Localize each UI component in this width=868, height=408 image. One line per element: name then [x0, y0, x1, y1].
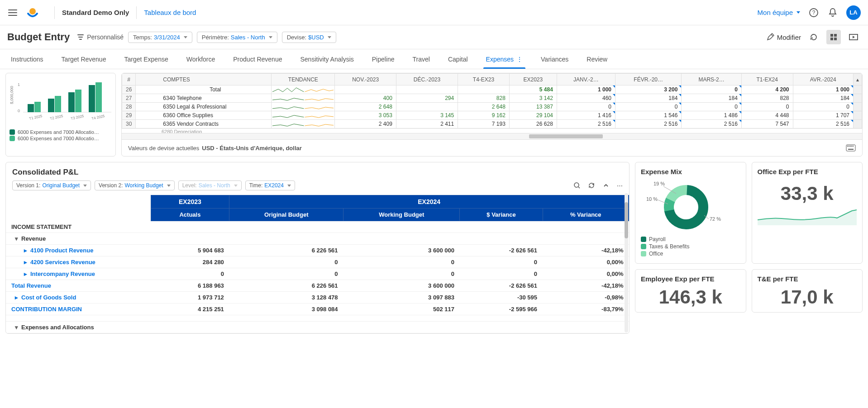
office-fte-card: Office Exp per FTE 33,3 k [752, 162, 863, 264]
data-grid[interactable]: # COMPTES TENDANCE NOV.-2023 DÉC.-2023 T… [122, 73, 862, 128]
svg-rect-6 [834, 38, 837, 40]
page-subheader: Budget Entry Personnalisé Temps: 3/31/20… [0, 25, 868, 49]
scroll-up-icon[interactable]: ▴ [854, 74, 862, 85]
svg-rect-19 [95, 82, 102, 112]
pnl-time-filter[interactable]: Time: EX2024 [245, 180, 295, 190]
pnl-row[interactable]: Total Revenue6 188 9636 226 5613 600 000… [6, 280, 629, 291]
currency-note: Valeurs de devise actuellesUSD - États-U… [122, 139, 862, 156]
svg-rect-5 [830, 38, 833, 40]
filter-icon [77, 33, 84, 41]
svg-text:T3 2025: T3 2025 [71, 114, 85, 121]
pnl-row[interactable]: ▸4100 Product Revenue5 904 6836 226 5613… [6, 244, 629, 256]
metric-value: 146,3 k [641, 286, 740, 308]
vertical-scrollbar[interactable] [625, 193, 628, 332]
tab-bar: Instructions Target Revenue Target Expen… [0, 49, 868, 69]
svg-rect-27 [850, 146, 851, 147]
svg-text:10 %: 10 % [646, 196, 658, 202]
avatar[interactable]: LA [846, 5, 861, 20]
mini-bar-chart: $,000,000 1 0 T1 2025 T2 2025 T3 2025 T4… [10, 77, 113, 127]
svg-text:0: 0 [18, 109, 20, 113]
collapse-icon[interactable] [602, 182, 610, 189]
tab-menu-icon[interactable]: ⋮ [516, 56, 523, 63]
bell-icon[interactable] [827, 7, 838, 18]
tab-target-expense[interactable]: Target Expense [124, 50, 168, 68]
tab-travel[interactable]: Travel [413, 50, 430, 68]
time-filter[interactable]: Temps: 3/31/2024 [128, 32, 192, 43]
expense-mix-card: Expense Mix 19 % 10 % 72 % Payroll [635, 162, 746, 264]
pnl-row[interactable]: ▾Revenue [6, 232, 629, 244]
breadcrumb[interactable]: Tableaux de bord [144, 9, 196, 16]
tab-variances[interactable]: Variances [541, 50, 568, 68]
header-context: Standard Demo Only [62, 9, 129, 16]
divider [136, 6, 137, 19]
tab-product-revenue[interactable]: Product Revenue [233, 50, 282, 68]
svg-text:72 %: 72 % [710, 216, 721, 222]
tab-workforce[interactable]: Workforce [186, 50, 215, 68]
perimeter-filter[interactable]: Périmètre: Sales - North [197, 32, 277, 43]
keyboard-icon[interactable] [846, 144, 856, 152]
tab-capital[interactable]: Capital [448, 50, 468, 68]
svg-rect-14 [48, 99, 54, 112]
level-filter[interactable]: Level: Sales - North [178, 180, 242, 190]
svg-rect-17 [75, 90, 81, 112]
pnl-panel: Consolidated P&L Version 1: Original Bud… [5, 162, 630, 334]
page-title: Budget Entry [7, 31, 70, 43]
pencil-icon [766, 33, 774, 41]
grid-row[interactable]: 276340 Telephone4002948283 1424601841848… [122, 94, 862, 103]
svg-rect-3 [830, 34, 833, 37]
version1-filter[interactable]: Version 1: Original Budget [12, 180, 91, 190]
tab-pipeline[interactable]: Pipeline [372, 50, 395, 68]
version2-filter[interactable]: Version 2: Working Budget [95, 180, 175, 190]
more-icon[interactable]: ⋯ [617, 182, 623, 189]
horizontal-scrollbar[interactable] [122, 133, 862, 139]
currency-filter[interactable]: Devise: $USD [282, 32, 336, 43]
pnl-row[interactable]: ▸Intercompany Revenue00000,00% [6, 268, 629, 280]
personalise-button[interactable]: Personnalisé [77, 33, 124, 41]
pnl-row[interactable]: ▾Expenses and Allocations [6, 321, 629, 333]
workday-logo-icon[interactable] [25, 5, 40, 20]
svg-point-31 [574, 183, 579, 187]
tab-target-revenue[interactable]: Target Revenue [62, 50, 106, 68]
grid-row[interactable]: 306365 Vendor Contracts2 4092 4117 19326… [122, 120, 862, 128]
svg-rect-16 [68, 92, 75, 112]
refresh-icon [810, 33, 818, 41]
tab-expenses[interactable]: Expenses ⋮ [486, 50, 523, 68]
employee-fte-card: Employee Exp per FTE 146,3 k [635, 269, 746, 313]
present-button[interactable] [846, 30, 861, 44]
card-title: T&E per FTE [758, 275, 857, 283]
metric-value: 17,0 k [758, 286, 857, 308]
grid-row[interactable]: 26Total5 4841 0003 20004 2001 000 [122, 85, 862, 94]
help-icon[interactable]: ? [808, 7, 819, 18]
grid-row[interactable]: 286350 Legal & Professional2 6482 64813 … [122, 103, 862, 111]
svg-rect-25 [847, 146, 848, 147]
menu-icon[interactable] [7, 7, 18, 18]
svg-rect-4 [834, 34, 837, 37]
search-icon[interactable] [573, 182, 581, 189]
svg-rect-12 [28, 104, 34, 112]
svg-text:?: ? [812, 9, 816, 16]
svg-text:$,000,000: $,000,000 [10, 86, 14, 104]
grid-row[interactable]: 296360 Office Supplies3 0533 1459 16229 … [122, 111, 862, 120]
card-title: Expense Mix [641, 168, 740, 176]
metric-value: 33,3 k [758, 183, 857, 204]
team-dropdown[interactable]: Mon équipe [758, 9, 800, 16]
tab-instructions[interactable]: Instructions [11, 50, 43, 68]
refresh-icon[interactable] [588, 182, 595, 189]
pnl-row[interactable]: CONTRIBUTION MARGIN4 215 2513 098 084502… [6, 303, 629, 315]
pnl-row[interactable]: ▸4200 Services Revenue284 2800000,00% [6, 256, 629, 268]
donut-chart: 19 % 10 % 72 % [641, 179, 722, 233]
pnl-table[interactable]: EX2023 EX2024 Actuals Original Budget Wo… [6, 195, 629, 333]
grid-view-button[interactable] [826, 30, 841, 44]
edit-button[interactable]: Modifier [766, 33, 801, 41]
legend-item: Payroll [641, 236, 740, 242]
partial-row: 6280 Depreciation [122, 128, 862, 133]
tab-sensitivity[interactable]: Sensitivity Analysis [300, 50, 353, 68]
mini-chart-panel: $,000,000 1 0 T1 2025 T2 2025 T3 2025 T4… [5, 73, 116, 157]
legend-item: Office [641, 251, 740, 257]
tab-review[interactable]: Review [587, 50, 607, 68]
refresh-button[interactable] [806, 30, 821, 44]
svg-rect-13 [34, 102, 41, 112]
svg-point-0 [29, 8, 36, 14]
svg-text:T1 2025: T1 2025 [29, 114, 43, 121]
pnl-row[interactable]: ▸Cost of Goods Sold1 973 7123 128 4783 0… [6, 291, 629, 303]
